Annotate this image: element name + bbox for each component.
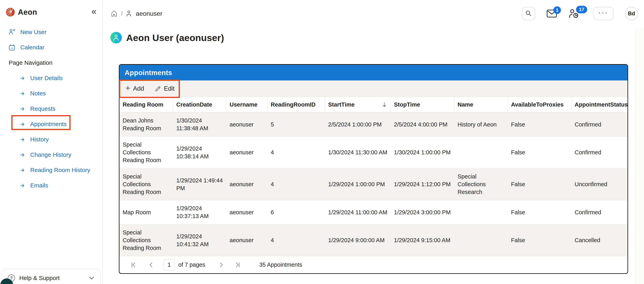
cell-readingroomid: 4 — [268, 137, 325, 168]
cell-name — [454, 200, 508, 224]
total-appointments-label: 35 Appointments — [259, 261, 302, 268]
brand-name: Aeon — [18, 8, 37, 17]
column-header-label: Name — [458, 101, 473, 108]
cell-reading-room: Special Collections Reading Room — [120, 224, 173, 256]
cell-stoptime: 1/29/2024 3:00:00 PM — [391, 200, 454, 224]
sidebar-item-notes[interactable]: Notes — [0, 86, 102, 101]
column-header-stoptime[interactable]: StopTime — [391, 97, 454, 112]
sidebar-item-label: Requests — [30, 105, 56, 112]
sidebar-item-label: Notes — [30, 90, 46, 97]
arrow-right-icon — [20, 152, 25, 157]
cell-starttime: 1/30/2024 11:30:00 AM — [325, 137, 391, 168]
cell-username: aeonuser — [226, 169, 268, 200]
cell-availabletoproxies: False — [508, 137, 572, 168]
cell-creationdate: 1/29/2024 1:49:44 PM — [173, 169, 226, 200]
arrow-right-icon — [20, 183, 25, 188]
cell-name: Special Collections Research — [454, 169, 508, 200]
search-button[interactable] — [522, 7, 535, 20]
account-avatar[interactable]: Bd — [625, 7, 638, 20]
sidebar-item-label: Change History — [30, 151, 71, 158]
calendar-icon — [9, 44, 15, 51]
current-page-input[interactable]: 1 — [164, 259, 175, 270]
cell-creationdate: 1/29/2024 10:37:13 AM — [173, 200, 226, 224]
cell-availabletoproxies: False — [508, 224, 572, 256]
more-actions-button[interactable]: ··· — [593, 7, 614, 20]
sidebar-item-requests[interactable]: Requests — [0, 101, 102, 116]
column-header-name[interactable]: Name — [454, 97, 508, 112]
column-header-label: AppointmentStatus — [575, 101, 628, 108]
user-avatar — [110, 32, 122, 43]
cell-creationdate: 1/30/2024 11:38:48 AM — [173, 112, 226, 136]
cell-readingroomid: 4 — [268, 169, 325, 200]
column-header-starttime[interactable]: StartTime — [325, 97, 391, 112]
sidebar-item-emails[interactable]: Emails — [0, 178, 102, 193]
column-header-username[interactable]: Username — [226, 97, 268, 112]
appointment-row[interactable]: Special Collections Reading Room1/29/202… — [120, 224, 628, 256]
messages-button[interactable]: 1 — [546, 9, 557, 18]
home-icon[interactable] — [111, 10, 118, 17]
column-header-label: StopTime — [394, 101, 420, 108]
scrollbar-gutter[interactable] — [635, 28, 644, 284]
add-appointment-button[interactable]: + Add — [126, 84, 144, 93]
active-users-button[interactable]: 17 — [568, 9, 579, 19]
cell-starttime: 1/29/2024 9:00:00 AM — [325, 224, 391, 256]
sidebar-item-history[interactable]: History — [0, 132, 102, 147]
help-support-button[interactable]: ? Help & Support — [2, 269, 101, 284]
cell-availabletoproxies: False — [508, 169, 572, 200]
page-title-row: Aeon User (aeonuser) — [110, 32, 224, 43]
sidebar-item-new-user[interactable]: New User — [0, 24, 102, 40]
user-icon — [126, 10, 132, 17]
cell-availabletoproxies: False — [508, 112, 572, 136]
sidebar-item-appointments[interactable]: Appointments — [0, 116, 102, 132]
cell-readingroomid: 6 — [268, 200, 325, 224]
edit-appointment-button[interactable]: Edit — [155, 85, 174, 92]
cell-username: aeonuser — [226, 200, 268, 224]
previous-page-button[interactable] — [148, 262, 154, 268]
top-bar-actions: 1 17 ··· Bd — [522, 7, 638, 20]
arrow-right-icon — [20, 121, 25, 127]
last-page-button[interactable] — [235, 262, 240, 268]
help-support-label: Help & Support — [19, 275, 60, 281]
appointments-panel: Appointments + Add Edit Reading RoomCrea… — [119, 64, 628, 274]
cell-name — [454, 224, 508, 256]
sidebar-item-label: Calendar — [20, 44, 44, 51]
sidebar-item-reading-room-history[interactable]: Reading Room History — [0, 162, 102, 178]
cell-username: aeonuser — [226, 112, 268, 136]
appointment-row[interactable]: Map Room1/29/2024 10:37:13 AMaeonuser61/… — [120, 200, 628, 224]
cell-starttime: 1/29/2024 1:00:00 PM — [325, 169, 391, 200]
column-header-label: CreationDate — [176, 101, 212, 108]
sidebar-item-change-history[interactable]: Change History — [0, 147, 102, 162]
cell-appointmentstatus: Confirmed — [572, 112, 628, 136]
aeon-logo-icon — [6, 7, 15, 17]
column-header-reading-room[interactable]: Reading Room — [120, 97, 173, 112]
search-icon — [525, 10, 532, 17]
sidebar-item-label: Appointments — [30, 121, 66, 127]
sidebar-item-calendar[interactable]: Calendar — [0, 40, 102, 55]
column-header-label: Reading Room — [123, 101, 164, 108]
arrow-right-icon — [20, 137, 25, 142]
cell-stoptime: 1/29/2024 1:12:00 PM — [391, 169, 454, 200]
column-header-availabletoproxies[interactable]: AvailableToProxies — [508, 97, 572, 112]
column-header-appointmentstatus[interactable]: AppointmentStatus — [572, 97, 628, 112]
column-header-label: AvailableToProxies — [511, 101, 564, 108]
appointment-row[interactable]: Special Collections Reading Room1/29/202… — [120, 169, 628, 200]
column-header-label: Username — [230, 101, 258, 108]
sidebar-header: Aeon « — [0, 0, 102, 24]
next-page-button[interactable] — [218, 262, 224, 268]
sidebar-item-user-details[interactable]: User Details — [0, 70, 102, 86]
sidebar-collapse-button[interactable]: « — [92, 7, 96, 17]
page-navigation-heading: Page Navigation — [0, 55, 102, 70]
messages-badge: 1 — [553, 6, 561, 14]
cell-appointmentstatus: Unconfirmed — [572, 169, 628, 200]
cell-username: aeonuser — [226, 224, 268, 256]
cell-name: History of Aeon — [454, 112, 508, 136]
appointment-row[interactable]: Dean Johns Reading Room1/30/2024 11:38:4… — [120, 112, 628, 137]
first-page-button[interactable] — [130, 262, 136, 268]
column-header-creationdate[interactable]: CreationDate — [173, 97, 226, 112]
ellipsis-icon: ··· — [598, 9, 608, 16]
cell-starttime: 1/29/2024 11:00:00 AM — [325, 200, 391, 224]
top-bar: / aeonuser 1 17 — [103, 0, 644, 27]
column-header-readingroomid[interactable]: ReadingRoomID — [268, 97, 325, 112]
appointment-row[interactable]: Special Collections Reading Room1/29/202… — [120, 137, 628, 169]
cell-reading-room: Special Collections Reading Room — [120, 137, 173, 168]
